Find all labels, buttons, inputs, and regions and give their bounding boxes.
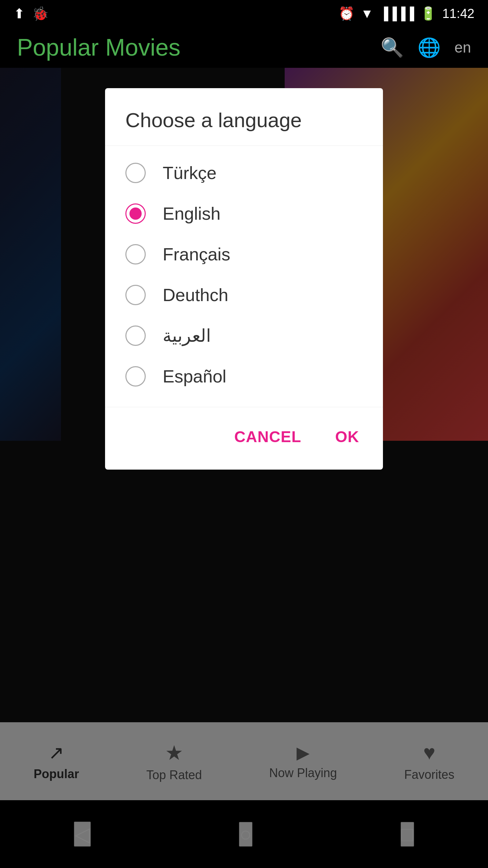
- language-label-fr: Français: [163, 244, 230, 264]
- app-title: Popular Movies: [17, 34, 180, 61]
- radio-ar[interactable]: [125, 326, 146, 346]
- radio-es[interactable]: [125, 366, 146, 387]
- search-icon[interactable]: 🔍: [381, 37, 404, 59]
- signal-icon: ▐▐▐▐: [380, 6, 414, 21]
- alarm-icon: ⏰: [339, 6, 354, 21]
- radio-tr[interactable]: [125, 163, 146, 183]
- status-left-icons: ⬆ 🐞: [14, 6, 49, 22]
- dialog-actions: CANCEL OK: [105, 411, 383, 470]
- language-label-en: English: [163, 203, 221, 224]
- dialog-title: Choose a language: [105, 88, 383, 146]
- language-label-tr: Türkçe: [163, 163, 217, 183]
- battery-icon: 🔋: [420, 6, 436, 21]
- bug-icon: 🐞: [32, 6, 49, 22]
- language-label-de: Deuthch: [163, 285, 228, 305]
- language-option-en[interactable]: English: [105, 193, 383, 234]
- language-option-ar[interactable]: العربية: [105, 315, 383, 356]
- cancel-button[interactable]: CANCEL: [227, 421, 308, 453]
- app-bar: Popular Movies 🔍 🌐 en: [0, 27, 488, 68]
- radio-en-inner: [129, 208, 142, 220]
- status-bar: ⬆ 🐞 ⏰ ▼ ▐▐▐▐ 🔋 11:42: [0, 0, 488, 27]
- radio-en[interactable]: [125, 203, 146, 224]
- wifi-icon: ▼: [361, 6, 373, 21]
- language-option-de[interactable]: Deuthch: [105, 275, 383, 315]
- radio-de[interactable]: [125, 285, 146, 305]
- usb-icon: ⬆: [14, 6, 25, 21]
- language-option-es[interactable]: Español: [105, 356, 383, 397]
- dialog-divider: [105, 407, 383, 407]
- clock-display: 11:42: [442, 6, 474, 21]
- radio-fr[interactable]: [125, 244, 146, 264]
- language-dialog: Choose a language Türkçe English Françai…: [105, 88, 383, 470]
- language-option-fr[interactable]: Français: [105, 234, 383, 275]
- dialog-overlay: Choose a language Türkçe English Françai…: [0, 68, 488, 868]
- language-label-es: Español: [163, 366, 226, 387]
- ok-button[interactable]: OK: [328, 421, 366, 453]
- globe-icon[interactable]: 🌐: [418, 37, 441, 59]
- language-label[interactable]: en: [454, 39, 471, 56]
- status-right-icons: ⏰ ▼ ▐▐▐▐ 🔋 11:42: [339, 6, 474, 21]
- dialog-content: Türkçe English Français Deuthch: [105, 146, 383, 403]
- language-label-ar: العربية: [163, 326, 211, 346]
- language-option-tr[interactable]: Türkçe: [105, 153, 383, 193]
- app-bar-actions: 🔍 🌐 en: [381, 37, 471, 59]
